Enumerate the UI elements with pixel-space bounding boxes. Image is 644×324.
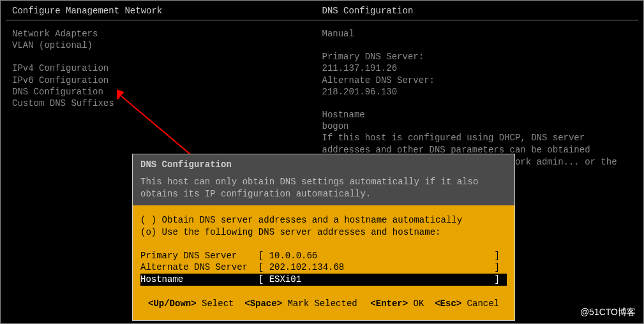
header-left-title: Configure Management Network: [12, 6, 322, 16]
field-hostname[interactable]: Hostname [ ESXi01 ]: [140, 274, 507, 286]
radio-auto[interactable]: ( ) Obtain DNS server addresses and a ho…: [140, 214, 507, 226]
key-space: <Space>: [244, 298, 282, 309]
info-alternate-value: 218.201.96.130: [322, 86, 633, 98]
radio-manual[interactable]: (o) Use the following DNS server address…: [140, 226, 507, 239]
dialog-fields: Primary DNS Server [ 10.0.0.66 ] Alterna…: [140, 250, 507, 286]
field-primary-dns[interactable]: Primary DNS Server [ 10.0.0.66 ]: [140, 250, 507, 262]
dialog-header: DNS Configuration This host can only obt…: [133, 154, 514, 205]
label-cancel: Cancel: [461, 298, 499, 309]
menu-ipv6[interactable]: IPv6 Configuration: [12, 75, 322, 86]
info-primary-label: Primary DNS Server:: [322, 51, 633, 63]
menu-dns-config[interactable]: DNS Configuration: [12, 86, 322, 98]
label-select: Select: [197, 298, 245, 309]
dialog-title: DNS Configuration: [140, 159, 507, 170]
menu-vlan[interactable]: VLAN (optional): [12, 40, 322, 51]
footer-left: <Up/Down> Select <Space> Mark Selected: [148, 298, 370, 309]
key-updown: <Up/Down>: [148, 298, 197, 309]
menu-dns-suffixes[interactable]: Custom DNS Suffixes: [12, 98, 322, 109]
key-enter[interactable]: <Enter>: [370, 298, 408, 309]
header-bar: Configure Management Network DNS Configu…: [1, 1, 643, 20]
footer-right: <Enter> OK <Esc> Cancel: [370, 298, 499, 309]
dialog-body: ( ) Obtain DNS server addresses and a ho…: [133, 205, 514, 320]
dns-config-dialog: DNS Configuration This host can only obt…: [132, 154, 515, 321]
info-alternate-label: Alternate DNS Server:: [322, 75, 633, 86]
info-primary-value: 211.137.191.26: [322, 63, 633, 74]
watermark: @51CTO博客: [580, 307, 636, 318]
info-mode: Manual: [322, 28, 633, 40]
key-esc[interactable]: <Esc>: [435, 298, 461, 309]
header-divider: [6, 20, 638, 20]
header-right-title: DNS Configuration: [322, 6, 633, 16]
dialog-subtitle: This host can only obtain DNS settings a…: [140, 176, 507, 200]
info-hostname-label: Hostname: [322, 109, 633, 121]
field-alternate-dns[interactable]: Alternate DNS Server [ 202.102.134.68 ]: [140, 261, 507, 274]
info-hostname-value: bogon: [322, 121, 633, 132]
label-ok: OK: [408, 298, 435, 309]
dialog-footer: <Up/Down> Select <Space> Mark Selected <…: [140, 286, 507, 315]
menu-ipv4[interactable]: IPv4 Configuration: [12, 63, 322, 74]
label-mark: Mark Selected: [282, 298, 357, 309]
menu-network-adapters[interactable]: Network Adapters: [12, 28, 322, 40]
